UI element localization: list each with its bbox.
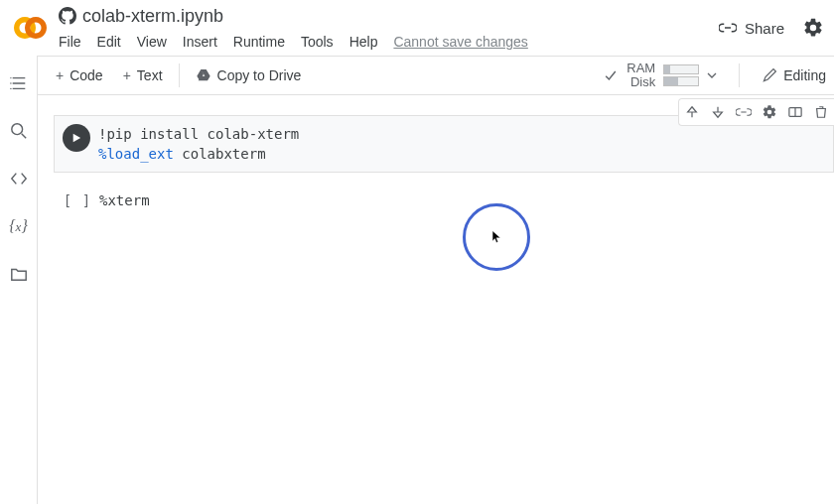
settings-gear-icon[interactable]: [802, 17, 824, 39]
menu-edit[interactable]: Edit: [89, 32, 129, 52]
files-icon[interactable]: [9, 264, 29, 284]
chevron-down-icon: [707, 72, 717, 78]
ram-fill: [664, 65, 670, 73]
code-snippets-icon[interactable]: [9, 169, 29, 189]
menu-runtime[interactable]: Runtime: [225, 32, 293, 52]
check-icon: [603, 67, 619, 83]
disk-bar: [663, 76, 699, 86]
cell-toolbar: [678, 98, 834, 126]
toolbar: + Code + Text Copy to Drive RAM Disk Edi…: [38, 56, 834, 95]
pencil-icon: [762, 67, 777, 83]
menu-bar: File Edit View Insert Runtime Tools Help…: [59, 31, 536, 53]
toolbar-divider: [739, 63, 740, 87]
table-of-contents-icon[interactable]: [9, 73, 29, 93]
ram-bar: [663, 64, 699, 74]
editing-mode-label: Editing: [783, 67, 826, 83]
run-gutter: [55, 124, 98, 164]
title-area: colab-xterm.ipynb File Edit View Insert …: [59, 3, 536, 53]
add-code-label: Code: [70, 67, 102, 83]
colab-logo: [14, 16, 47, 40]
ram-label: RAM: [626, 62, 655, 75]
menu-file[interactable]: File: [59, 32, 89, 52]
editing-mode-button[interactable]: Editing: [762, 67, 826, 83]
ram-disk-bars: [663, 64, 699, 86]
run-cell-button[interactable]: [63, 124, 90, 152]
menu-insert[interactable]: Insert: [175, 32, 225, 52]
search-icon[interactable]: [9, 121, 29, 141]
left-rail: {x}: [0, 56, 38, 504]
disk-fill: [664, 77, 678, 85]
menu-tools[interactable]: Tools: [293, 32, 342, 52]
move-cell-down-icon[interactable]: [709, 103, 727, 121]
toolbar-divider: [179, 63, 180, 87]
link-cell-icon[interactable]: [735, 103, 753, 121]
cannot-save-msg: Cannot save changes: [385, 32, 535, 52]
code-line: %xterm: [99, 192, 150, 208]
header-right: Share: [719, 17, 834, 39]
header-bar: colab-xterm.ipynb File Edit View Insert …: [0, 0, 834, 56]
menu-view[interactable]: View: [129, 32, 175, 52]
magic-arg: colabxterm: [174, 146, 266, 162]
plus-icon: +: [56, 67, 64, 83]
toolbar-right: RAM Disk Editing: [603, 62, 826, 89]
resource-button[interactable]: RAM Disk: [603, 62, 717, 89]
cursor-highlight-ring: [463, 203, 530, 271]
variables-icon[interactable]: {x}: [9, 216, 29, 236]
drive-icon: [196, 67, 211, 83]
notebook-area: !pip install colab-xterm %load_ext colab…: [38, 95, 834, 504]
notebook-filename[interactable]: colab-xterm.ipynb: [82, 6, 223, 27]
copy-to-drive-button[interactable]: Copy to Drive: [186, 63, 312, 87]
share-button[interactable]: Share: [719, 20, 784, 37]
svg-point-0: [11, 124, 22, 135]
disk-label: Disk: [626, 75, 655, 89]
github-icon: [59, 7, 76, 25]
share-label: Share: [745, 20, 784, 37]
add-text-label: Text: [137, 67, 163, 83]
idle-gutter[interactable]: [ ]: [56, 190, 99, 210]
plus-icon: +: [123, 67, 131, 83]
add-code-button[interactable]: + Code: [46, 63, 113, 87]
move-cell-up-icon[interactable]: [683, 103, 701, 121]
code-line: !pip install colab-xterm: [98, 126, 299, 142]
cell-code[interactable]: !pip install colab-xterm %load_ext colab…: [98, 124, 833, 164]
mirror-cell-icon[interactable]: [786, 103, 804, 121]
code-cell[interactable]: [ ] %xterm: [56, 190, 824, 210]
copy-drive-label: Copy to Drive: [217, 67, 302, 83]
add-text-button[interactable]: + Text: [113, 63, 173, 87]
menu-help[interactable]: Help: [342, 32, 386, 52]
title-line: colab-xterm.ipynb: [59, 3, 536, 29]
delete-cell-icon[interactable]: [812, 103, 830, 121]
play-icon: [71, 133, 81, 143]
magic-token: %load_ext: [98, 146, 174, 162]
cell-settings-icon[interactable]: [761, 103, 778, 121]
ram-disk-labels: RAM Disk: [626, 62, 655, 89]
idle-bracket: [ ]: [64, 190, 91, 210]
cursor-icon: [491, 230, 501, 244]
cell-code[interactable]: %xterm: [99, 190, 824, 210]
link-icon: [719, 23, 737, 33]
colab-logo-svg: [14, 17, 47, 39]
